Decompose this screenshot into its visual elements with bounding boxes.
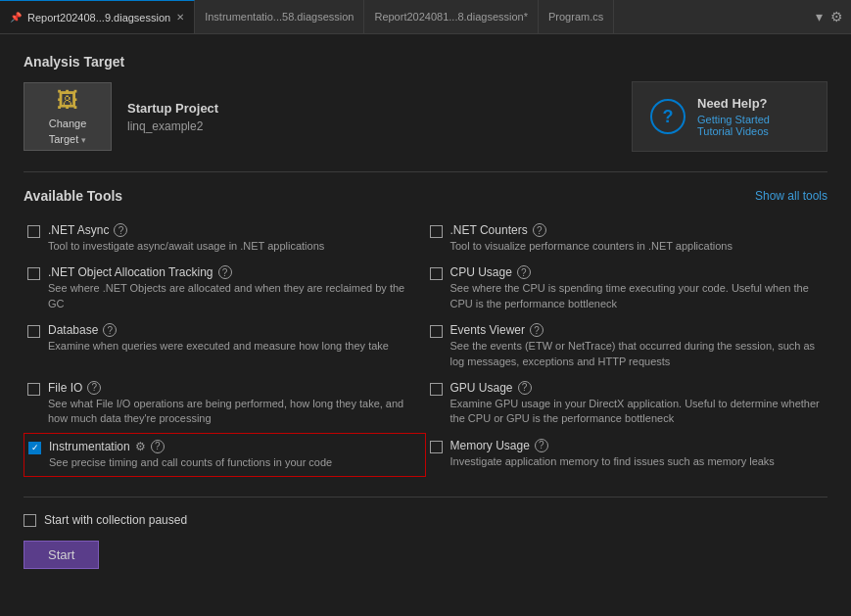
tool-name-file-io: File IO (48, 381, 82, 395)
tab-label: Report2024081...8.diagsession* (374, 11, 528, 23)
need-help-box: ? Need Help? Getting Started Tutorial Vi… (632, 81, 827, 152)
tool-item-memory-usage: Memory Usage?Investigate application mem… (426, 433, 828, 477)
tool-checkbox-database[interactable] (27, 325, 40, 338)
tool-desc-net-counters: Tool to visualize performance counters i… (450, 239, 733, 254)
tool-name-row-net-object-alloc: .NET Object Allocation Tracking? (48, 265, 418, 279)
tool-content-database: Database?Examine when queries were execu… (48, 323, 389, 354)
tool-name-cpu-usage: CPU Usage (450, 265, 512, 279)
tool-name-row-memory-usage: Memory Usage? (450, 439, 775, 452)
target-info: Startup Project linq_example2 (127, 101, 218, 133)
tab-label: Instrumentatio...58.diagsession (205, 11, 354, 23)
main-content: Analysis Target 🖼 Change Target ▾ Startu… (0, 34, 851, 616)
tool-name-row-database: Database? (48, 323, 389, 337)
help-text: Need Help? Getting Started Tutorial Vide… (697, 96, 770, 137)
tool-name-net-object-alloc: .NET Object Allocation Tracking (48, 265, 213, 279)
tools-grid: .NET Async?Tool to investigate async/awa… (24, 217, 827, 477)
help-icon: ? (650, 99, 686, 134)
tool-checkbox-instrumentation[interactable]: ✓ (28, 442, 41, 454)
analysis-target-row: 🖼 Change Target ▾ Startup Project linq_e… (24, 81, 827, 152)
tool-item-file-io: File IO?See what File I/O operations are… (24, 375, 426, 433)
tool-desc-memory-usage: Investigate application memory to find i… (450, 454, 775, 469)
startup-project-value: linq_example2 (127, 119, 218, 133)
section-title: Analysis Target (24, 54, 827, 70)
tool-item-net-object-alloc: .NET Object Allocation Tracking?See wher… (24, 260, 426, 317)
bottom-divider (24, 497, 827, 498)
dropdown-icon[interactable]: ▾ (816, 9, 823, 24)
tab-report1[interactable]: 📌 Report202408...9.diagsession ✕ (0, 0, 195, 33)
tool-item-net-async: .NET Async?Tool to investigate async/awa… (24, 217, 426, 260)
need-help-title: Need Help? (697, 96, 770, 111)
tool-help-icon-database[interactable]: ? (103, 323, 117, 337)
tool-checkbox-file-io[interactable] (27, 383, 40, 396)
tool-help-icon-instrumentation[interactable]: ? (151, 440, 165, 453)
getting-started-link[interactable]: Getting Started (697, 114, 770, 125)
tool-name-gpu-usage: GPU Usage (450, 381, 513, 395)
tool-checkbox-net-counters[interactable] (430, 225, 443, 238)
tool-name-memory-usage: Memory Usage (450, 439, 530, 452)
tool-content-cpu-usage: CPU Usage?See where the CPU is spending … (450, 265, 821, 311)
tool-desc-cpu-usage: See where the CPU is spending time execu… (450, 281, 821, 311)
tool-checkbox-net-object-alloc[interactable] (27, 267, 40, 280)
tool-content-events-viewer: Events Viewer?See the events (ETW or Net… (450, 323, 821, 369)
pin-icon: 📌 (10, 12, 22, 23)
tool-help-icon-net-async[interactable]: ? (114, 223, 127, 237)
tool-help-icon-file-io[interactable]: ? (87, 381, 101, 395)
tool-checkbox-gpu-usage[interactable] (430, 383, 443, 396)
show-all-tools-link[interactable]: Show all tools (755, 189, 827, 203)
tool-name-row-file-io: File IO? (48, 381, 418, 395)
tool-help-icon-net-counters[interactable]: ? (533, 223, 546, 237)
startup-project-label: Startup Project (127, 101, 218, 116)
tool-desc-events-viewer: See the events (ETW or NetTrace) that oc… (450, 339, 821, 369)
tool-help-icon-memory-usage[interactable]: ? (535, 439, 548, 452)
tool-content-gpu-usage: GPU Usage?Examine GPU usage in your Dire… (450, 381, 821, 427)
tab-report2[interactable]: Report2024081...8.diagsession* (364, 0, 539, 33)
tab-instrumentation[interactable]: Instrumentatio...58.diagsession (195, 0, 364, 33)
tool-item-cpu-usage: CPU Usage?See where the CPU is spending … (426, 260, 828, 317)
tool-help-icon-events-viewer[interactable]: ? (530, 323, 544, 337)
tools-header: Available Tools Show all tools (24, 188, 827, 204)
tab-program-cs[interactable]: Program.cs (539, 0, 614, 33)
tool-name-row-events-viewer: Events Viewer? (450, 323, 821, 337)
tool-name-row-gpu-usage: GPU Usage? (450, 381, 821, 395)
tool-name-row-net-counters: .NET Counters? (450, 223, 733, 237)
available-tools-title: Available Tools (24, 188, 122, 204)
tool-name-net-async: .NET Async (48, 223, 109, 237)
collection-paused-row: Start with collection paused (24, 513, 827, 527)
tool-help-icon-net-object-alloc[interactable]: ? (218, 265, 232, 279)
close-icon[interactable]: ✕ (176, 12, 184, 23)
tool-desc-net-object-alloc: See where .NET Objects are allocated and… (48, 281, 418, 311)
section-divider (24, 171, 827, 172)
tool-checkbox-net-async[interactable] (27, 225, 40, 238)
tool-content-memory-usage: Memory Usage?Investigate application mem… (450, 439, 775, 469)
change-target-button[interactable]: 🖼 Change Target ▾ (24, 82, 112, 151)
tool-name-row-instrumentation: Instrumentation⚙? (49, 440, 332, 453)
tool-item-database: Database?Examine when queries were execu… (24, 317, 426, 375)
tool-name-row-net-async: .NET Async? (48, 223, 324, 237)
tool-name-net-counters: .NET Counters (450, 223, 528, 237)
settings-icon[interactable]: ⚙ (830, 9, 843, 24)
tab-label: Report202408...9.diagsession (27, 12, 170, 24)
tool-checkbox-events-viewer[interactable] (430, 325, 443, 338)
start-button[interactable]: Start (24, 541, 99, 569)
tool-content-file-io: File IO?See what File I/O operations are… (48, 381, 418, 427)
tool-name-events-viewer: Events Viewer (450, 323, 525, 337)
tool-checkbox-memory-usage[interactable] (430, 441, 443, 453)
tool-help-icon-gpu-usage[interactable]: ? (518, 381, 532, 395)
folder-icon: 🖼 (57, 88, 78, 114)
tool-gear-icon-instrumentation[interactable]: ⚙ (135, 440, 146, 453)
tool-desc-file-io: See what File I/O operations are being p… (48, 397, 418, 427)
tool-content-net-async: .NET Async?Tool to investigate async/awa… (48, 223, 324, 254)
tool-item-instrumentation: ✓Instrumentation⚙?See precise timing and… (24, 433, 426, 477)
tool-content-instrumentation: Instrumentation⚙?See precise timing and … (49, 440, 332, 470)
change-target-label2: Target ▾ (49, 133, 87, 145)
tool-desc-gpu-usage: Examine GPU usage in your DirectX applic… (450, 397, 821, 427)
target-left: 🖼 Change Target ▾ Startup Project linq_e… (24, 82, 218, 151)
tool-item-gpu-usage: GPU Usage?Examine GPU usage in your Dire… (426, 375, 828, 433)
tool-item-events-viewer: Events Viewer?See the events (ETW or Net… (426, 317, 828, 375)
collection-paused-checkbox[interactable] (24, 514, 36, 527)
tab-actions: ▾ ⚙ (808, 9, 851, 24)
tool-checkbox-cpu-usage[interactable] (430, 267, 443, 280)
tutorial-videos-link[interactable]: Tutorial Videos (697, 125, 770, 137)
tool-help-icon-cpu-usage[interactable]: ? (517, 265, 531, 279)
change-target-label: Change (49, 118, 87, 129)
